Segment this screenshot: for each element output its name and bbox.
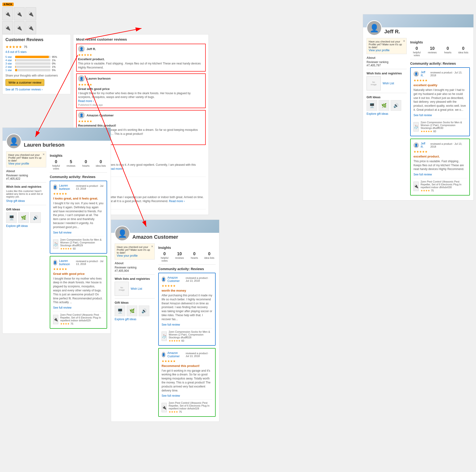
lauren-green-card-text: I bought these for my mother who lives d…: [53, 277, 104, 305]
amazon-notif-close[interactable]: ✕: [151, 245, 153, 248]
jeff-green-see-full[interactable]: See full review: [413, 173, 432, 176]
amazon-green-card-action: reviewed a product · Jul 13, 2018: [186, 352, 212, 358]
amazon-blue-see-full[interactable]: See full review: [162, 323, 180, 326]
write-review-button[interactable]: Write a customer review: [5, 79, 44, 86]
2star-row: 2 star 1%: [5, 65, 68, 68]
jeff-blue-see-full[interactable]: See full review: [413, 114, 432, 117]
jeff-right-divider: [410, 59, 470, 59]
amazon-notif-text: Have you checked out your Profile yet? M…: [117, 246, 150, 254]
jeff-green-card-text: This price is vaulable. Fast shipping . …: [413, 159, 467, 171]
jeff-blue-card-action: reviewed a product · Jul 13, 2018: [430, 71, 467, 77]
amazon-green-card-avatar: 👤: [162, 352, 166, 358]
amazon-insights-grid: 0 helpful votes 10 reviews 0 hearts: [158, 252, 216, 262]
amazon-helpful-votes: 0 helpful votes: [158, 252, 171, 262]
jeff-wish-title: Wish lists and registries: [367, 72, 407, 75]
product-img-5[interactable]: 🔌: [14, 21, 25, 34]
jeff-explore-link[interactable]: Explore gift ideas: [367, 112, 388, 115]
jeff-about-title: About: [367, 56, 407, 59]
lauren-notification: Have you checked out your Profile yet? M…: [6, 151, 46, 167]
see-all-reviews-link[interactable]: See all 75 customer reviews ›: [5, 88, 68, 91]
amazon-green-see-full[interactable]: See full review: [162, 394, 180, 397]
product-img-4[interactable]: 🔌: [2, 21, 13, 34]
amazon-reviewer-name: Amazon Customer: [86, 114, 114, 117]
lauren-notif-close[interactable]: ✕: [42, 153, 45, 156]
amazon-reviews-label: reviews: [173, 256, 186, 259]
jeff-insights-grid: 0 helpful votes 10 reviews 0 hearts: [410, 46, 470, 57]
lauren-stars: ★★★★★: [78, 83, 204, 86]
amazon-blue-card-stars: ★★★★★: [162, 284, 212, 288]
4star-row: 4 star 1%: [5, 59, 68, 62]
amazon-view-profile-link[interactable]: View your profile: [117, 254, 138, 257]
lauren-review-text: I bought these for my mother who lives d…: [78, 91, 204, 99]
jeff-blue-review-card: 👤 Jeff R. reviewed a product · Jul 13, 2…: [410, 67, 470, 136]
lauren-shop-gift-ideas-link[interactable]: Shop gift ideas: [6, 199, 25, 203]
jeff-avatar: 👤: [78, 46, 85, 52]
lauren-green-product-rating-row: ★★★★ 75: [60, 322, 104, 325]
lauren-read-more[interactable]: Read more ›: [78, 99, 94, 103]
lauren-green-see-full[interactable]: See full review: [53, 306, 71, 309]
lauren-community: Community activity: Reviews 👤 Lauren bur…: [50, 175, 107, 329]
product-img-1[interactable]: 🔌: [2, 7, 13, 20]
amazon-stars: ★★★★★: [78, 119, 204, 123]
amazon-green-card-header: 👤 Amazon Customer reviewed a product · J…: [162, 351, 212, 358]
lauren-green-card-avatar: 👤: [53, 260, 57, 265]
lauren-name-text: Lauren burleson: [24, 142, 64, 148]
rating-out-of[interactable]: 4.6 out of 5 stars: [5, 50, 68, 54]
jeff-hearts-label: hearts: [441, 51, 455, 54]
lauren-divider2: [6, 205, 46, 205]
jeff-community: Community activity: Reviews 👤 Jeff R. re…: [410, 62, 470, 196]
lauren-blue-product-rating: 60: [73, 247, 76, 250]
3star-row: 3 star 0%: [5, 62, 68, 65]
jeff-notif-text: Have you checked out your Profile yet? M…: [369, 40, 402, 49]
lauren-hearts-count: 0 hearts: [80, 159, 92, 170]
lauren-helpful-num: 0: [50, 159, 62, 164]
amazon-hearts-num: 0: [188, 252, 201, 256]
amazon-wish-link[interactable]: Wish List: [131, 287, 142, 290]
lauren-idea-lists-num: 0: [95, 159, 107, 164]
jeff-gift-img-1: 🖥️: [367, 100, 377, 111]
jeff-name-avatar-row: 👤 Jeff R.: [367, 20, 470, 36]
jeff-blue-product-info: 2zen Compression Socks for Men & Women (…: [421, 121, 467, 133]
jeff-notif-close[interactable]: ✕: [403, 39, 405, 43]
amazon-divider1: [115, 274, 155, 275]
jeff-green-product-rating: 75: [431, 189, 434, 192]
jeff-green-product-rating-row: ★★★★ 75: [421, 189, 467, 192]
amazon-explore-link[interactable]: Explore gift ideas: [115, 318, 136, 321]
amazon-name-text: Amazon Customer: [132, 234, 178, 240]
lauren-green-product-name: 2zen Pest Control Ultrasonic Pest Repell…: [60, 313, 104, 322]
amazon-blue-card-title: worth the money: [162, 289, 212, 292]
product-grid: 🔌 🔌 🔌 🔌 🔌 🔌: [2, 7, 40, 34]
jeff-about: About Reviewer ranking #7,405,797: [367, 56, 407, 67]
lauren-explore-link[interactable]: Explore gift ideas: [6, 224, 28, 228]
lauren-view-profile-link[interactable]: View your profile: [8, 162, 29, 165]
product-img-6[interactable]: 🔌: [25, 21, 36, 34]
amazon-hearts-label: hearts: [188, 256, 201, 259]
lauren-insights: Insights 0 helpful votes 5 reviews: [50, 154, 107, 170]
jeff-right-col: Insights 0 helpful votes 10 reviews: [410, 38, 470, 198]
2star-bar-bg: [15, 66, 51, 68]
jeff-review-highlight: 👤 Jeff R. ★★★★★ Excellent product. This …: [76, 44, 206, 72]
lauren-blue-product-stars: ★★★★★: [60, 247, 72, 250]
jeff-blue-product-stars: ★★★★★: [421, 130, 432, 133]
amazon-gift-img-1: 🖥️: [115, 306, 125, 316]
jeff-gift-images: 🖥️ 🌿 🔊: [367, 100, 407, 111]
product-img-2[interactable]: 🔌: [14, 7, 25, 20]
lauren-hearts-label: hearts: [80, 164, 92, 167]
lauren-green-card-stars: ★★★★★: [53, 267, 104, 271]
lauren-blue-see-full[interactable]: See full review: [53, 231, 71, 234]
alexandra-read-more[interactable]: Read more ›: [169, 200, 185, 203]
amazon-notification: Have you checked out your Profile yet? M…: [115, 243, 155, 259]
amazon-blue-product-rating-row: ★★★★★ 60: [169, 339, 212, 342]
jeff-profile-card: 👤 Jeff R. Have you checked out your Prof…: [363, 14, 474, 200]
jeff-blue-product-ref: 🧦 2zen Compression Socks for Men & Women…: [413, 119, 467, 133]
jeff-avatar-large: 👤: [367, 20, 382, 36]
amazon-wish-section: Wish lists and registries NoImage Wish L…: [115, 277, 155, 296]
jeff-wish-link[interactable]: Wish List: [383, 82, 394, 85]
jeff-stars: ★★★★★: [78, 53, 204, 57]
amazon-profile-body: 👤 Amazon Customer: [111, 226, 219, 241]
overall-stars: ★★★★★: [5, 45, 22, 49]
product-img-3[interactable]: 🔌: [25, 7, 36, 20]
jeff-view-profile-link[interactable]: View your profile: [369, 49, 390, 52]
lauren-ranking-label: Reviewer ranking: [6, 174, 46, 177]
jeff-reviewer-name: Jeff R.: [86, 47, 96, 51]
